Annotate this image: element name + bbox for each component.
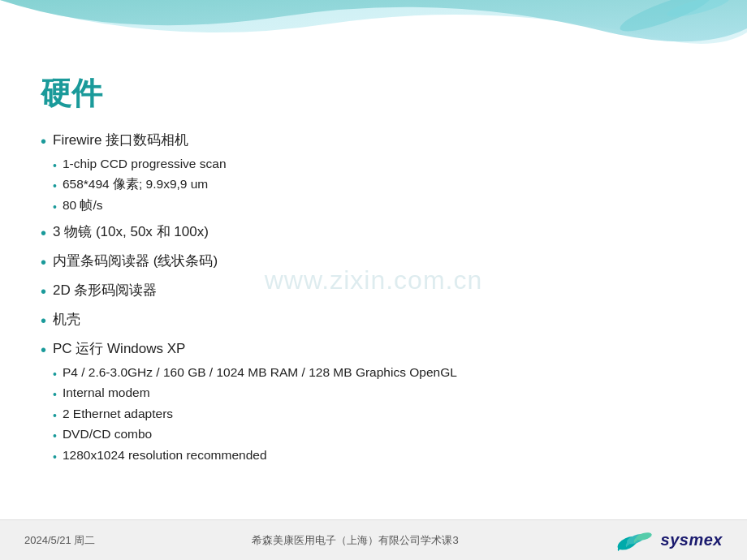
sub-item-text-5-3: DVD/CD combo — [63, 424, 152, 445]
sub-item-text-5-1: Internal modem — [63, 383, 150, 403]
bottom-bar: 2024/5/21 周二 希森美康医用电子（上海）有限公司学术课3 sysmex — [0, 519, 747, 560]
sub-item-text-0-1: 658*494 像素; 9.9x9,9 um — [63, 174, 208, 195]
sysmex-logo: sysmex — [615, 528, 723, 553]
sub-list-item-0-0: •1-chip CCD progressive scan — [53, 154, 226, 174]
main-bullet-0: • — [41, 129, 46, 153]
main-bullet-4: • — [41, 308, 46, 333]
main-list-item-0: •Firewire 接口数码相机•1-chip CCD progressive … — [41, 129, 706, 216]
main-bullet-5: • — [41, 338, 46, 362]
main-item-content-4: 机壳 — [53, 308, 80, 332]
main-item-content-0: Firewire 接口数码相机•1-chip CCD progressive s… — [53, 129, 226, 216]
sub-list-0: •1-chip CCD progressive scan•658*494 像素;… — [53, 154, 226, 216]
main-bullet-3: • — [41, 279, 46, 304]
main-list-item-4: •机壳 — [41, 308, 706, 333]
sub-bullet-5-0: • — [53, 365, 57, 383]
sub-list-item-5-2: •2 Ethernet adapters — [53, 404, 457, 424]
sub-item-text-0-0: 1-chip CCD progressive scan — [63, 154, 227, 174]
main-item-text-2: 内置条码阅读器 (线状条码) — [53, 253, 218, 269]
main-item-content-2: 内置条码阅读器 (线状条码) — [53, 250, 218, 274]
sub-item-text-5-0: P4 / 2.6-3.0GHz / 160 GB / 1024 MB RAM /… — [63, 363, 457, 383]
sub-list-item-0-1: •658*494 像素; 9.9x9,9 um — [53, 174, 226, 195]
sub-bullet-5-2: • — [53, 407, 57, 424]
main-item-text-5: PC 运行 Windows XP — [53, 341, 185, 356]
sub-bullet-0-1: • — [53, 177, 57, 195]
slide-title: 硬件 — [41, 73, 706, 114]
slide-date: 2024/5/21 周二 — [24, 533, 95, 548]
sysmex-logo-icon — [615, 528, 656, 553]
main-list-item-1: •3 物镜 (10x, 50x 和 100x) — [41, 221, 706, 245]
sub-bullet-5-3: • — [53, 427, 57, 445]
main-item-text-1: 3 物镜 (10x, 50x 和 100x) — [53, 224, 209, 239]
sub-bullet-0-2: • — [53, 198, 57, 216]
main-bullet-1: • — [41, 221, 46, 245]
sub-list-item-0-2: •80 帧/s — [53, 196, 226, 216]
main-item-content-1: 3 物镜 (10x, 50x 和 100x) — [53, 221, 209, 244]
sub-list-item-5-0: •P4 / 2.6-3.0GHz / 160 GB / 1024 MB RAM … — [53, 363, 457, 383]
sub-list-item-5-4: •1280x1024 resolution recommended — [53, 446, 457, 466]
main-item-text-0: Firewire 接口数码相机 — [53, 132, 188, 148]
main-list: •Firewire 接口数码相机•1-chip CCD progressive … — [41, 129, 706, 466]
sub-list-5: •P4 / 2.6-3.0GHz / 160 GB / 1024 MB RAM … — [53, 363, 457, 466]
slide-footer-center: 希森美康医用电子（上海）有限公司学术课3 — [95, 533, 615, 548]
sub-item-text-5-4: 1280x1024 resolution recommended — [63, 446, 267, 466]
top-wave-decoration — [0, 0, 747, 65]
main-item-content-3: 2D 条形码阅读器 — [53, 279, 157, 303]
main-list-item-5: •PC 运行 Windows XP•P4 / 2.6-3.0GHz / 160 … — [41, 338, 706, 466]
sub-bullet-0-0: • — [53, 157, 57, 174]
main-list-item-3: •2D 条形码阅读器 — [41, 279, 706, 304]
main-bullet-2: • — [41, 250, 46, 274]
sub-bullet-5-4: • — [53, 448, 57, 466]
sub-list-item-5-1: •Internal modem — [53, 383, 457, 403]
sysmex-brand-name: sysmex — [661, 531, 723, 549]
sub-item-text-0-2: 80 帧/s — [63, 196, 103, 216]
sub-list-item-5-3: •DVD/CD combo — [53, 424, 457, 445]
main-item-text-3: 2D 条形码阅读器 — [53, 282, 157, 298]
main-item-text-4: 机壳 — [53, 312, 80, 327]
sub-bullet-5-1: • — [53, 386, 57, 403]
slide-content: 硬件 •Firewire 接口数码相机•1-chip CCD progressi… — [0, 65, 747, 479]
main-list-item-2: •内置条码阅读器 (线状条码) — [41, 250, 706, 274]
main-item-content-5: PC 运行 Windows XP•P4 / 2.6-3.0GHz / 160 G… — [53, 338, 457, 466]
sub-item-text-5-2: 2 Ethernet adapters — [63, 404, 173, 424]
